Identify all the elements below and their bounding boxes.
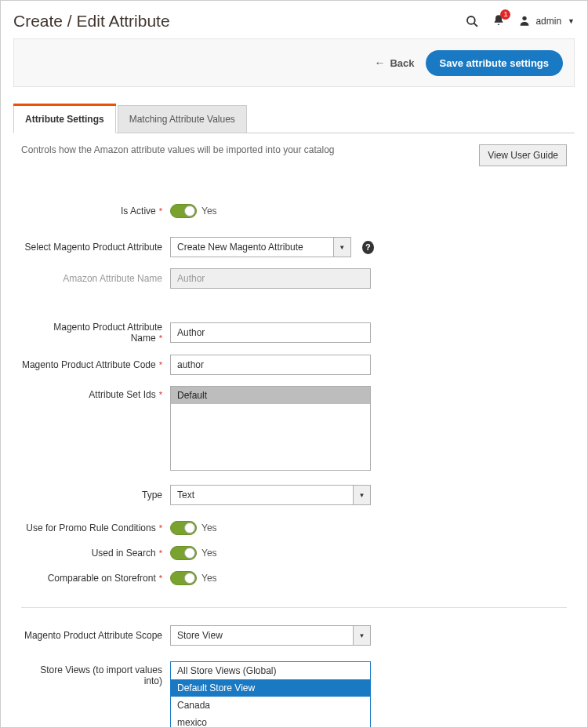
field-type: Type Text ▼ xyxy=(21,485,567,505)
actions-bar: ← Back Save attribute settings xyxy=(13,38,575,87)
select-attr-label: Select Magento Product Attribute xyxy=(25,242,162,253)
back-label: Back xyxy=(390,57,414,69)
attr-set-listbox[interactable]: Default xyxy=(170,386,371,471)
user-icon xyxy=(518,14,531,29)
comparable-value: Yes xyxy=(201,573,217,584)
header-actions: 1 admin ▼ xyxy=(465,13,575,30)
store-view-option[interactable]: Default Store View xyxy=(171,679,370,697)
field-mpa-code: Magento Product Attribute Code* xyxy=(21,355,567,375)
intro-row: Controls how the Amazon attribute values… xyxy=(13,133,575,166)
page-header: Create / Edit Attribute 1 admin ▼ xyxy=(13,1,575,38)
comparable-toggle[interactable] xyxy=(170,571,197,585)
attr-set-option[interactable]: Default xyxy=(171,387,370,404)
chevron-down-icon: ▼ xyxy=(353,626,370,645)
page-title: Create / Edit Attribute xyxy=(13,12,170,31)
tab-attribute-settings[interactable]: Attribute Settings xyxy=(13,105,116,133)
is-active-label: Is Active xyxy=(121,206,156,217)
store-views-listbox[interactable]: All Store Views (Global) Default Store V… xyxy=(170,661,371,728)
field-mpa-name: Magento Product Attribute Name* xyxy=(21,322,567,344)
select-attr-dropdown[interactable]: Create New Magento Attribute ▼ xyxy=(170,237,351,257)
field-attr-set-ids: Attribute Set Ids* Default xyxy=(21,386,567,471)
search-icon[interactable] xyxy=(465,14,479,28)
store-view-option[interactable]: Canada xyxy=(171,697,370,714)
svg-point-2 xyxy=(523,16,527,20)
promo-value: Yes xyxy=(201,522,217,533)
scope-value: Store View xyxy=(171,626,353,645)
mpa-code-input[interactable] xyxy=(170,355,371,375)
form: Is Active* Yes Select Magento Product At… xyxy=(13,166,575,728)
field-select-attribute: Select Magento Product Attribute Create … xyxy=(21,237,567,257)
section-divider xyxy=(21,607,567,608)
store-view-option[interactable]: mexico xyxy=(171,714,370,728)
amazon-name-input xyxy=(170,268,371,289)
select-attr-value: Create New Magento Attribute xyxy=(171,238,333,257)
svg-point-0 xyxy=(467,16,475,24)
field-comparable: Comparable on Storefront* Yes xyxy=(21,571,567,585)
store-views-label: Store Views (to import values into) xyxy=(40,664,162,686)
type-value: Text xyxy=(171,486,353,504)
scope-label: Magento Product Attribute Scope xyxy=(24,630,162,641)
tabs: Attribute Settings Matching Attribute Va… xyxy=(13,104,575,133)
is-active-toggle[interactable] xyxy=(170,204,197,218)
chevron-down-icon: ▼ xyxy=(333,238,350,257)
type-label: Type xyxy=(142,490,162,500)
user-menu[interactable]: admin ▼ xyxy=(518,14,575,29)
search-label: Used in Search xyxy=(92,548,156,559)
field-amazon-name: Amazon Attribute Name xyxy=(21,268,567,289)
back-button[interactable]: ← Back xyxy=(374,56,414,69)
attr-set-label: Attribute Set Ids xyxy=(89,389,155,400)
help-icon[interactable]: ? xyxy=(362,241,374,254)
chevron-down-icon: ▼ xyxy=(568,17,575,25)
field-used-in-search: Used in Search* Yes xyxy=(21,546,567,560)
svg-line-1 xyxy=(474,24,477,27)
field-is-active: Is Active* Yes xyxy=(21,204,567,218)
save-button[interactable]: Save attribute settings xyxy=(426,50,563,76)
intro-text: Controls how the Amazon attribute values… xyxy=(21,144,335,155)
mpa-name-label: Magento Product Attribute Name xyxy=(53,322,162,344)
field-store-views: Store Views (to import values into) All … xyxy=(21,661,567,728)
user-label: admin xyxy=(535,16,561,27)
arrow-left-icon: ← xyxy=(374,56,385,69)
promo-label: Use for Promo Rule Conditions xyxy=(26,522,155,533)
notifications-badge: 1 xyxy=(500,9,510,20)
chevron-down-icon: ▼ xyxy=(353,486,370,504)
store-view-option[interactable]: All Store Views (Global) xyxy=(171,662,370,679)
notifications-button[interactable]: 1 xyxy=(492,13,506,30)
promo-toggle[interactable] xyxy=(170,521,197,535)
search-toggle[interactable] xyxy=(170,546,197,560)
amazon-name-label: Amazon Attribute Name xyxy=(63,273,162,284)
type-dropdown[interactable]: Text ▼ xyxy=(170,485,371,505)
is-active-value: Yes xyxy=(201,206,217,217)
comparable-label: Comparable on Storefront xyxy=(48,573,156,584)
mpa-code-label: Magento Product Attribute Code xyxy=(22,359,156,370)
tab-matching-values[interactable]: Matching Attribute Values xyxy=(118,105,247,133)
field-scope: Magento Product Attribute Scope Store Vi… xyxy=(21,625,567,646)
search-value: Yes xyxy=(201,548,217,559)
scope-dropdown[interactable]: Store View ▼ xyxy=(170,625,371,646)
field-promo-rule: Use for Promo Rule Conditions* Yes xyxy=(21,521,567,535)
view-user-guide-button[interactable]: View User Guide xyxy=(479,144,567,166)
mpa-name-input[interactable] xyxy=(170,322,371,343)
